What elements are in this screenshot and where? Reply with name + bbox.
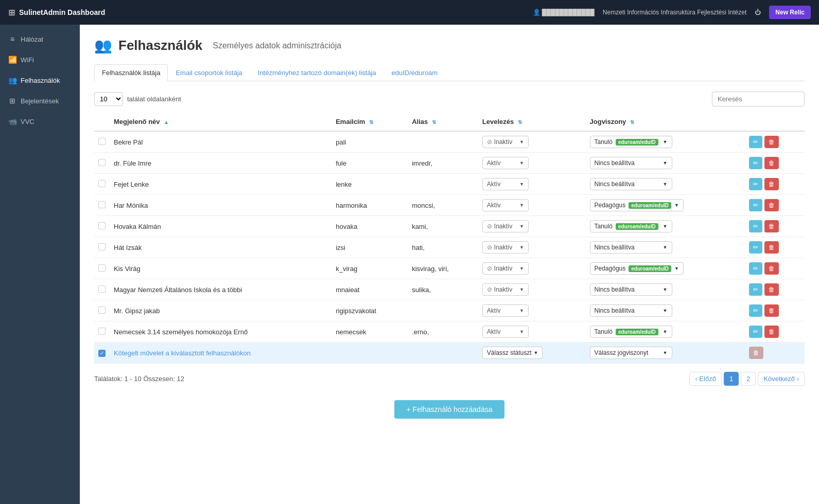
batch-jogviszony-dropdown[interactable]: Válassz jogviszonyt ▼	[590, 347, 672, 359]
per-page-select[interactable]: 10 5 25 50 100	[94, 92, 123, 106]
edit-button[interactable]: ✏	[749, 199, 762, 211]
sidebar-item-bejelentesek[interactable]: ⊞ Bejelentések	[0, 91, 80, 111]
levelezés-dropdown[interactable]: ⊘ Inaktív ▼	[482, 220, 529, 232]
table-row: Har Mónika harmonika moncsi, Aktív ▼ Ped…	[94, 195, 805, 216]
prev-page-button[interactable]: ‹ Előző	[689, 372, 721, 386]
edit-button[interactable]: ✏	[749, 262, 762, 275]
row-levelezés: ⊘ Inaktív ▼	[478, 216, 586, 237]
levelezés-dropdown[interactable]: ⊘ Inaktív ▼	[482, 262, 529, 275]
row-checkbox[interactable]	[98, 328, 106, 335]
row-jogviszony: Nincs beállítva ▼	[586, 279, 745, 300]
search-input[interactable]	[712, 92, 805, 106]
delete-button[interactable]: 🗑	[764, 157, 779, 169]
edit-button[interactable]: ✏	[749, 283, 762, 296]
levelezés-dropdown[interactable]: ⊘ Inaktív ▼	[482, 283, 529, 296]
row-email: pali	[332, 131, 408, 153]
row-checkbox[interactable]	[98, 264, 106, 272]
batch-delete-button[interactable]: 🗑	[749, 347, 763, 359]
batch-checkbox[interactable]: ✓	[98, 350, 106, 357]
tab-eduid[interactable]: eduID/eduroam	[384, 64, 446, 81]
add-user-button[interactable]: + Felhasználó hozzáadása	[394, 400, 505, 419]
tab-email[interactable]: Email csoportok listája	[168, 64, 250, 81]
sidebar-item-label: VVC	[21, 118, 34, 125]
col-checkbox	[94, 113, 110, 131]
jogviszony-dropdown[interactable]: Nincs beállítva ▼	[590, 157, 672, 169]
jogviszony-dropdown[interactable]: Nincs beállítva ▼	[590, 304, 672, 317]
next-page-button[interactable]: Következő ›	[758, 372, 805, 386]
row-checkbox[interactable]	[98, 243, 106, 250]
page-2-button[interactable]: 2	[741, 372, 756, 386]
batch-row: ✓ Kötegelt művelet a kiválasztott felhas…	[94, 343, 805, 364]
sidebar-item-felhasznalok[interactable]: 👥 Felhasználók	[0, 70, 80, 91]
delete-button[interactable]: 🗑	[764, 304, 779, 317]
table-body: Bekre Pál pali ⊘ Inaktív ▼ Tanuló eduroa…	[94, 131, 805, 364]
jogviszony-value: Nincs beállítva	[595, 181, 635, 188]
chevron-down-icon: ▼	[519, 308, 524, 313]
row-checkbox[interactable]	[98, 307, 106, 314]
row-actions: ✏ 🗑	[745, 279, 805, 300]
action-buttons: ✏ 🗑	[749, 136, 800, 148]
levelezés-dropdown[interactable]: ⊘ Inaktív ▼	[482, 241, 529, 254]
sidebar-item-wifi[interactable]: 📶 WiFi	[0, 49, 80, 70]
levelezés-dropdown[interactable]: Aktív ▼	[482, 304, 529, 317]
jogviszony-dropdown[interactable]: Tanuló eduroam/eduID ▼	[590, 326, 672, 338]
pagination: ‹ Előző 1 2 Következő ›	[689, 372, 805, 386]
row-checkbox[interactable]	[98, 201, 106, 208]
row-actions: ✏ 🗑	[745, 174, 805, 195]
new-relic-button[interactable]: New Relic	[769, 6, 811, 19]
delete-button[interactable]: 🗑	[764, 199, 779, 211]
edit-button[interactable]: ✏	[749, 304, 762, 317]
edit-button[interactable]: ✏	[749, 136, 762, 148]
jogviszony-dropdown[interactable]: Nincs beállítva ▼	[590, 283, 672, 296]
edit-button[interactable]: ✏	[749, 241, 762, 254]
row-name: Bekre Pál	[110, 131, 332, 153]
users-table: Megjelenő név ▲ Emailcím ⇅ Alias ⇅ Level…	[94, 113, 805, 364]
delete-button[interactable]: 🗑	[764, 283, 779, 296]
levelezés-dropdown[interactable]: Aktív ▼	[482, 178, 529, 190]
brand: ⊞ SulinetAdmin Dashboard	[8, 8, 105, 17]
row-checkbox[interactable]	[98, 285, 106, 293]
delete-button[interactable]: 🗑	[764, 326, 779, 338]
sidebar-item-label: Hálózat	[21, 35, 43, 43]
jogviszony-dropdown[interactable]: Tanuló eduroam/eduID ▼	[590, 136, 672, 148]
row-checkbox[interactable]	[98, 138, 106, 145]
col-jogviszony: Jogviszony ⇅	[586, 113, 745, 131]
page-1-button[interactable]: 1	[724, 372, 739, 386]
sidebar-item-vvc[interactable]: 📹 VVC	[0, 111, 80, 132]
row-jogviszony: Pedagógus eduroam/eduID ▼	[586, 258, 745, 279]
levelezés-dropdown[interactable]: Aktív ▼	[482, 157, 529, 169]
delete-button[interactable]: 🗑	[764, 241, 779, 254]
edit-button[interactable]: ✏	[749, 326, 762, 338]
levelezés-dropdown[interactable]: ⊘ Inaktív ▼	[482, 136, 529, 148]
levelezés-value: Inaktív	[494, 223, 512, 230]
edit-button[interactable]: ✏	[749, 220, 762, 232]
jogviszony-dropdown[interactable]: Pedagógus eduroam/eduID ▼	[590, 262, 684, 275]
row-checkbox[interactable]	[98, 180, 106, 187]
jogviszony-dropdown[interactable]: Nincs beállítva ▼	[590, 241, 672, 254]
table-row: Fejet Lenke lenke Aktív ▼ Nincs beállítv…	[94, 174, 805, 195]
jogviszony-dropdown[interactable]: Tanuló eduroam/eduID ▼	[590, 220, 672, 232]
delete-button[interactable]: 🗑	[764, 220, 779, 232]
delete-button[interactable]: 🗑	[764, 178, 779, 190]
levelezés-dropdown[interactable]: Aktív ▼	[482, 326, 529, 338]
sidebar-item-halozat[interactable]: ≡ Hálózat	[0, 29, 80, 49]
tab-lista[interactable]: Felhasználók listája	[94, 64, 168, 81]
delete-button[interactable]: 🗑	[764, 136, 779, 148]
row-email: harmonika	[332, 195, 408, 216]
row-checkbox[interactable]	[98, 222, 106, 229]
tab-domain[interactable]: Intézményhez tartozó domain(ek) listája	[250, 64, 384, 81]
levelezés-dropdown[interactable]: Aktív ▼	[482, 199, 529, 211]
batch-status-placeholder: Válassz státuszt	[487, 349, 532, 356]
jogviszony-dropdown[interactable]: Pedagógus eduroam/eduID ▼	[590, 199, 684, 211]
batch-status-dropdown[interactable]: Válassz státuszt ▼	[482, 347, 543, 359]
per-page-label: találat oldalanként	[127, 95, 181, 103]
jogviszony-dropdown[interactable]: Nincs beállítva ▼	[590, 178, 672, 190]
row-alias: .erno,	[408, 321, 478, 343]
edit-button[interactable]: ✏	[749, 157, 762, 169]
main-content: 👥 Felhasználók Személyes adatok adminisz…	[80, 25, 819, 504]
row-checkbox[interactable]	[98, 159, 106, 166]
delete-button[interactable]: 🗑	[764, 262, 779, 275]
row-email: izsi	[332, 237, 408, 258]
sort-email-icon: ⇅	[369, 119, 373, 125]
edit-button[interactable]: ✏	[749, 178, 762, 190]
